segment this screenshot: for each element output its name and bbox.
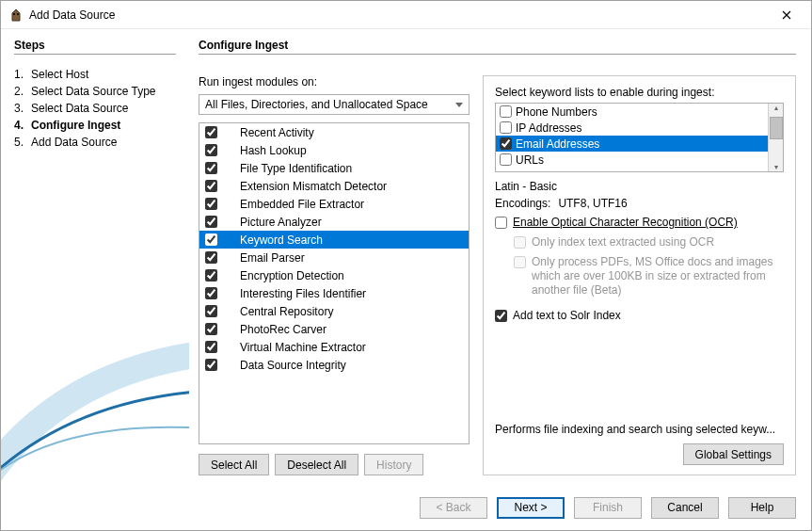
svg-point-1 <box>17 13 19 15</box>
module-checkbox[interactable] <box>205 341 217 353</box>
keyword-list-checkbox[interactable] <box>500 153 512 166</box>
module-label: Encryption Detection <box>240 269 344 282</box>
module-row[interactable]: Data Source Integrity <box>199 356 469 374</box>
solr-checkbox-row[interactable]: Add text to Solr Index <box>495 309 784 323</box>
keyword-list-label: Phone Numbers <box>516 105 597 119</box>
keyword-list-checkbox[interactable] <box>500 105 512 118</box>
deselect-all-button[interactable]: Deselect All <box>275 454 358 475</box>
module-row[interactable]: PhotoRec Carver <box>199 320 469 338</box>
module-label: Keyword Search <box>240 233 323 247</box>
history-button: History <box>364 454 423 475</box>
global-settings-button[interactable]: Global Settings <box>683 443 784 465</box>
module-label: Data Source Integrity <box>240 359 346 372</box>
module-buttons: Select All Deselect All History <box>199 454 470 475</box>
step-label: Add Data Source <box>31 136 117 149</box>
module-checkbox[interactable] <box>205 162 217 174</box>
step-item: 5.Add Data Source <box>14 134 176 151</box>
step-number: 3. <box>14 102 31 115</box>
ocr-checkbox[interactable] <box>495 217 507 229</box>
module-row[interactable]: Interesting Files Identifier <box>199 284 469 302</box>
main-panel: Configure Ingest Run ingest modules on: … <box>189 29 811 485</box>
module-row[interactable]: Picture Analyzer <box>199 213 469 231</box>
divider <box>199 54 796 55</box>
module-checkbox[interactable] <box>205 359 217 371</box>
ocr-only-process-row: Only process PDFs, MS Office docs and im… <box>514 255 784 298</box>
wizard-window: Add Data Source Steps 1.Select Host2.Sel… <box>0 0 812 531</box>
step-number: 5. <box>14 136 31 149</box>
module-label: Picture Analyzer <box>240 216 322 229</box>
scrollbar[interactable] <box>768 104 783 171</box>
module-checkbox[interactable] <box>205 251 217 264</box>
encodings-value: UTF8, UTF16 <box>558 197 627 210</box>
module-label: Virtual Machine Extractor <box>240 341 366 354</box>
module-row[interactable]: Virtual Machine Extractor <box>199 338 469 356</box>
keyword-lists[interactable]: Phone NumbersIP AddressesEmail Addresses… <box>495 103 784 172</box>
scope-dropdown[interactable]: All Files, Directories, and Unallocated … <box>199 94 470 115</box>
keyword-list-label: URLs <box>516 153 544 167</box>
module-label: File Type Identification <box>240 162 352 175</box>
titlebar: Add Data Source <box>1 1 811 29</box>
step-label: Select Data Source Type <box>31 85 156 98</box>
module-checkbox[interactable] <box>205 305 217 317</box>
module-checkbox[interactable] <box>205 144 217 156</box>
page-heading: Configure Ingest <box>199 39 796 52</box>
ocr-checkbox-row[interactable]: Enable Optical Character Recognition (OC… <box>495 216 784 230</box>
cancel-button[interactable]: Cancel <box>651 497 719 519</box>
next-button[interactable]: Next > <box>497 497 565 519</box>
module-label: Email Parser <box>240 251 305 265</box>
keyword-list-row[interactable]: Phone Numbers <box>496 104 768 120</box>
module-checkbox[interactable] <box>205 323 217 335</box>
steps-sidebar: Steps 1.Select Host2.Select Data Source … <box>1 29 189 485</box>
keyword-list-checkbox[interactable] <box>500 137 512 150</box>
keyword-list-row[interactable]: Email Addresses <box>496 136 768 152</box>
module-row[interactable]: Recent Activity <box>199 123 469 141</box>
module-list[interactable]: Recent ActivityHash LookupFile Type Iden… <box>199 122 470 444</box>
module-checkbox[interactable] <box>205 287 217 299</box>
select-all-button[interactable]: Select All <box>199 454 269 475</box>
run-modules-label: Run ingest modules on: <box>199 75 470 88</box>
keyword-list-row[interactable]: URLs <box>496 152 768 168</box>
module-label: Embedded File Extractor <box>240 198 364 211</box>
module-checkbox[interactable] <box>205 126 217 138</box>
keyword-list-row[interactable]: IP Addresses <box>496 120 768 136</box>
module-row[interactable]: Extension Mismatch Detector <box>199 177 469 195</box>
ocr-only-index-label: Only index text extracted using OCR <box>532 235 714 249</box>
step-number: 4. <box>14 119 31 132</box>
solr-label: Add text to Solr Index <box>513 309 621 323</box>
close-button[interactable] <box>770 1 804 29</box>
help-button[interactable]: Help <box>728 497 796 519</box>
svg-point-0 <box>13 13 15 15</box>
module-checkbox[interactable] <box>205 216 217 228</box>
step-label: Select Data Source <box>31 102 128 115</box>
module-row[interactable]: Hash Lookup <box>199 141 469 159</box>
step-item: 2.Select Data Source Type <box>14 83 176 100</box>
module-checkbox[interactable] <box>205 233 217 246</box>
module-label: Recent Activity <box>240 126 314 139</box>
module-settings-panel: Select keyword lists to enable during in… <box>483 75 796 475</box>
keyword-lists-label: Select keyword lists to enable during in… <box>495 86 784 99</box>
module-row[interactable]: Central Repository <box>199 302 469 320</box>
steps-list: 1.Select Host2.Select Data Source Type3.… <box>14 66 176 151</box>
module-checkbox[interactable] <box>205 180 217 192</box>
module-label: Interesting Files Identifier <box>240 287 366 300</box>
module-label: Central Repository <box>240 305 333 318</box>
module-checkbox[interactable] <box>205 269 217 282</box>
content-columns: Run ingest modules on: All Files, Direct… <box>199 75 796 475</box>
ocr-label: Enable Optical Character Recognition (OC… <box>513 216 738 230</box>
ocr-only-index-row: Only index text extracted using OCR <box>514 235 784 249</box>
encoding-section-label: Latin - Basic <box>495 180 784 193</box>
module-row[interactable]: File Type Identification <box>199 159 469 177</box>
module-checkbox[interactable] <box>205 198 217 210</box>
modules-column: Run ingest modules on: All Files, Direct… <box>199 75 470 475</box>
back-button: < Back <box>420 497 487 519</box>
module-row[interactable]: Keyword Search <box>199 231 469 249</box>
decorative-swoosh <box>1 315 189 485</box>
module-row[interactable]: Embedded File Extractor <box>199 195 469 213</box>
scrollbar-thumb[interactable] <box>770 117 783 139</box>
module-row[interactable]: Email Parser <box>199 249 469 266</box>
window-title: Add Data Source <box>29 8 115 22</box>
solr-checkbox[interactable] <box>495 310 507 322</box>
finish-button: Finish <box>574 497 642 519</box>
keyword-list-checkbox[interactable] <box>500 121 512 134</box>
module-row[interactable]: Encryption Detection <box>199 266 469 284</box>
